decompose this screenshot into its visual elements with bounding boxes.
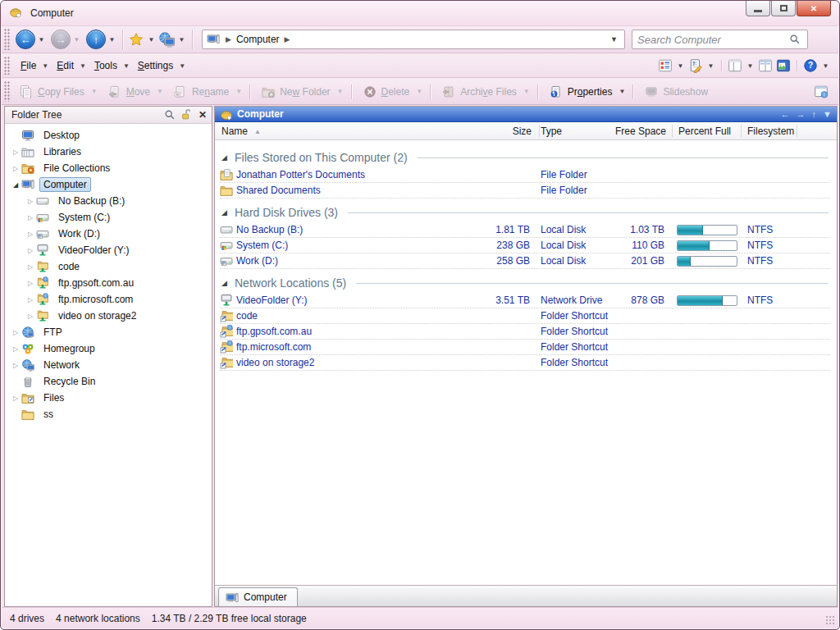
inline-edit-dropdown[interactable]: ▼ [705, 62, 716, 70]
cell-name[interactable]: System (C:) [236, 238, 288, 253]
file-row-no-backup-b-[interactable]: No Backup (B:)1.81 TBLocal Disk1.03 TBNT… [220, 222, 830, 238]
location-dropdown[interactable]: ▼ [176, 36, 187, 43]
search-input[interactable] [637, 34, 789, 46]
expander-icon[interactable]: ▷ [10, 345, 21, 353]
expander-icon[interactable]: ▷ [10, 148, 21, 156]
column-type[interactable]: Type [541, 122, 562, 140]
tree-item-homegroup[interactable]: ▷Homegroup [5, 340, 212, 357]
view-mode-button[interactable] [656, 57, 674, 75]
breadcrumb-arrow-icon[interactable]: ▶ [226, 35, 231, 43]
expander-icon[interactable]: ▷ [25, 198, 36, 205]
cell-name[interactable]: ftp.gpsoft.com.au [236, 324, 312, 339]
cell-name[interactable]: No Backup (B:) [236, 222, 303, 237]
group-header[interactable]: ◢Hard Disk Drives (3) [215, 203, 837, 222]
expander-icon[interactable]: ▷ [25, 214, 36, 221]
file-row-videofolder-y-[interactable]: VideoFolder (Y:)3.51 TBNetwork Drive878 … [220, 293, 830, 308]
group-collapse-icon[interactable]: ◢ [221, 153, 235, 162]
dual-pane-button[interactable] [756, 57, 774, 75]
group-collapse-icon[interactable]: ◢ [221, 208, 235, 217]
up-button[interactable]: ↑ [86, 30, 106, 49]
tree-close-icon[interactable]: ✕ [197, 109, 208, 121]
viewer-pane-button[interactable] [774, 57, 792, 75]
tree-unlock-icon[interactable] [180, 109, 192, 121]
tree-item-computer[interactable]: ◢Computer [5, 176, 212, 193]
file-row-code[interactable]: codeFolder Shortcut [220, 308, 830, 324]
breadcrumb-dropdown[interactable]: ▼ [607, 35, 621, 43]
panel-layout-dropdown[interactable]: ▼ [745, 62, 756, 70]
expander-icon[interactable]: ▷ [10, 395, 21, 402]
tree-item-videofolder-y-[interactable]: ▷VideoFolder (Y:) [5, 242, 212, 258]
up-dropdown[interactable]: ▼ [107, 36, 117, 43]
expander-icon[interactable]: ▷ [10, 362, 21, 369]
tree-item-system-c-[interactable]: ▷System (C:) [5, 209, 212, 226]
customize-button[interactable] [812, 83, 830, 101]
group-header[interactable]: ◢Network Locations (5) [215, 273, 837, 293]
column-size[interactable]: Size [513, 122, 532, 140]
back-dropdown[interactable]: ▼ [36, 36, 47, 43]
group-header[interactable]: ◢Files Stored on This Computer (2) [215, 148, 837, 167]
search-icon[interactable] [789, 34, 802, 45]
back-button[interactable]: ← [16, 30, 35, 49]
properties-button[interactable]: Properties▼ [546, 81, 629, 103]
expander-icon[interactable]: ▷ [25, 296, 36, 304]
cell-name[interactable]: VideoFolder (Y:) [236, 293, 308, 308]
minimize-button[interactable] [746, 1, 770, 16]
cell-name[interactable]: ftp.microsoft.com [236, 340, 311, 354]
breadcrumb-segment[interactable]: Computer [236, 34, 280, 45]
resize-grip[interactable] [825, 615, 835, 625]
tree-item-work-d-[interactable]: ▷Work (D:) [5, 226, 212, 242]
tree-item-files[interactable]: ▷Files [5, 390, 212, 406]
cell-name[interactable]: Shared Documents [236, 183, 321, 198]
help-button[interactable]: ? [801, 57, 819, 75]
tree-item-network[interactable]: ▷Network [5, 357, 212, 373]
file-row-system-c-[interactable]: System (C:)238 GBLocal Disk110 GBNTFS [220, 238, 830, 253]
pane-up-icon[interactable]: ↑ [812, 110, 817, 119]
favorites-button[interactable] [127, 30, 145, 48]
cell-name[interactable]: Jonathan Potter's Documents [236, 167, 365, 182]
toolbar-grip[interactable] [4, 57, 11, 75]
column-free-space[interactable]: Free Space [615, 122, 666, 140]
breadcrumb-arrow-icon[interactable]: ▶ [285, 35, 290, 43]
column-name[interactable]: Name▲ [221, 122, 261, 140]
search-box[interactable] [632, 30, 808, 49]
pane-menu-icon[interactable]: ▼ [823, 110, 832, 119]
expander-icon[interactable]: ▷ [10, 329, 21, 336]
location-button[interactable] [158, 30, 176, 48]
expander-icon[interactable]: ▷ [10, 165, 21, 172]
file-row-shared-documents[interactable]: Shared DocumentsFile Folder [220, 183, 830, 199]
expander-icon[interactable]: ▷ [25, 280, 36, 287]
tree-item-ss[interactable]: ss [5, 406, 212, 422]
inline-edit-button[interactable]: ? [687, 57, 705, 75]
file-display-header[interactable]: Computer ← → ↑ ▼ [215, 107, 837, 122]
close-button[interactable]: ✕ [797, 1, 831, 16]
file-row-jonathan-potter-s-documents[interactable]: Jonathan Potter's DocumentsFile Folder [220, 167, 830, 183]
group-collapse-icon[interactable]: ◢ [221, 279, 235, 287]
file-row-ftp-gpsoft-com-au[interactable]: ftp.gpsoft.com.auFolder Shortcut [220, 324, 830, 340]
help-dropdown[interactable]: ▼ [820, 62, 831, 70]
expander-icon[interactable]: ◢ [10, 181, 21, 189]
tree-item-file-collections[interactable]: ▷File Collections [5, 160, 212, 176]
expander-icon[interactable]: ▷ [25, 247, 36, 254]
menu-settings[interactable]: Settings▼ [138, 60, 185, 71]
title-bar[interactable]: Computer ✕ [1, 1, 839, 25]
file-row-video-on-storage2[interactable]: video on storage2Folder Shortcut [220, 355, 830, 371]
toolbar-grip[interactable] [4, 29, 11, 50]
maximize-button[interactable] [771, 1, 796, 16]
tree-item-ftp[interactable]: ▷FTP [5, 324, 212, 340]
file-row-ftp-microsoft-com[interactable]: ftp.microsoft.comFolder Shortcut [220, 340, 830, 355]
expander-icon[interactable]: ▷ [25, 231, 36, 238]
tree-item-code[interactable]: ▷code [5, 258, 212, 275]
pane-forward-icon[interactable]: → [797, 110, 806, 119]
tree-item-recycle-bin[interactable]: Recycle Bin [5, 373, 212, 390]
expander-icon[interactable]: ▷ [25, 313, 36, 320]
tab-computer[interactable]: Computer [218, 587, 298, 606]
column-percent-full[interactable]: Percent Full [678, 122, 731, 140]
file-row-work-d-[interactable]: Work (D:)258 GBLocal Disk201 GBNTFS [220, 253, 830, 269]
expander-icon[interactable]: ▷ [25, 263, 36, 271]
menu-edit[interactable]: Edit▼ [57, 60, 86, 71]
favorites-dropdown[interactable]: ▼ [146, 36, 157, 43]
toolbar-grip[interactable] [4, 81, 11, 102]
column-filesystem[interactable]: Filesystem [747, 122, 794, 140]
pane-back-icon[interactable]: ← [781, 110, 790, 119]
cell-name[interactable]: code [236, 308, 258, 323]
